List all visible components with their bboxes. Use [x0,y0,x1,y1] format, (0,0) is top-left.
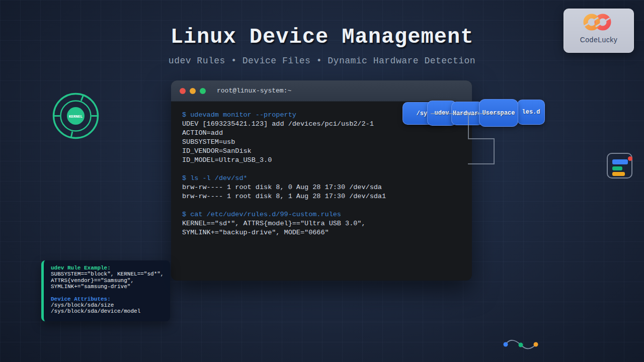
terminal-command: $ cat /etc/udev/rules.d/99-custom.rules [182,210,461,219]
bar-green [612,166,622,170]
flow-chip-rules: les.d [517,100,545,125]
terminal-block-cat-rules: $ cat /etc/udev/rules.d/99-custom.rules … [182,210,461,237]
minimize-button[interactable] [190,88,196,94]
brand-name: CodeLucky [564,36,633,44]
brand-logo-card: CodeLucky [564,9,634,53]
dashboard-widget-icon [607,153,632,178]
slide-canvas: Linux Device Management udev Rules • Dev… [0,0,644,362]
udev-info-panel: udev Rule Example: SUBSYSTEM=="block", K… [41,260,170,321]
device-attributes-paths: /sys/block/sda/size /sys/block/sda/devic… [51,302,170,315]
bar-orange [612,172,625,176]
terminal-command: $ ls -l /dev/sd* [182,174,461,183]
dot-blue [504,342,508,347]
flow-chip-userspace: Userspace [479,99,518,127]
notification-dot [628,156,632,161]
terminal-output: KERNEL=="sd*", ATTRS{model}=="Ultra USB … [182,219,461,237]
page-title: Linux Device Management [0,25,644,49]
kernel-badge: KERNEL [52,92,100,140]
flow-chip-hardware: Hardware [451,102,483,125]
squiggle-decoration [501,336,543,354]
dot-green [519,343,523,347]
terminal-block-ls: $ ls -l /dev/sd* brw-rw---- 1 root disk … [182,174,461,201]
kernel-rings-icon: KERNEL [52,92,100,140]
rule-example-title: udev Rule Example: [51,265,170,271]
terminal-output: brw-rw---- 1 root disk 8, 0 Aug 28 17:30… [182,183,461,201]
bar-blue [612,159,628,164]
dot-orange [534,342,538,347]
maximize-button[interactable] [200,88,206,94]
close-button[interactable] [180,88,186,94]
terminal-title: root@linux-system:~ [217,87,291,95]
page-subtitle: udev Rules • Device Files • Dynamic Hard… [0,55,644,67]
rule-example-code: SUBSYSTEM=="block", KERNEL=="sd*", ATTRS… [51,271,170,290]
kernel-label: KERNEL [69,115,83,119]
terminal-titlebar: root@linux-system:~ [171,80,472,102]
device-attributes-title: Device Attributes: [51,296,170,302]
terminal-output: UDEV [1693235421.123] add /devices/pci/u… [182,120,461,165]
infinity-logo-icon [581,12,616,34]
